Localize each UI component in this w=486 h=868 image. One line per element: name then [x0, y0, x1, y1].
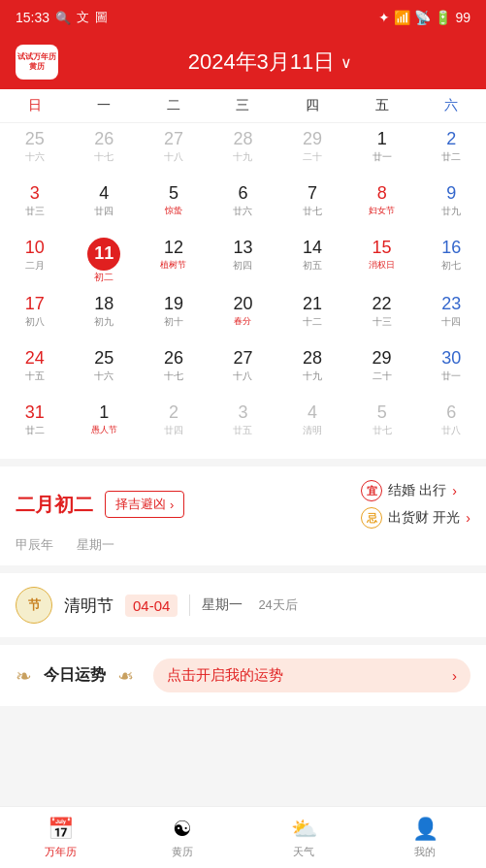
nav-item-mine[interactable]: 👤 我的	[365, 807, 486, 868]
day-cell[interactable]: 5惊蛰	[139, 177, 209, 232]
day-number: 5	[377, 402, 387, 424]
day-cell[interactable]: 25十六	[0, 123, 70, 177]
app-logo: 试试万年历 黄历	[16, 45, 58, 80]
day-cell[interactable]: 29二十	[277, 123, 347, 177]
day-sub: 廿六	[233, 207, 252, 216]
fortune-btn-arrow: ›	[452, 667, 457, 684]
day-cell[interactable]: 13初四	[209, 232, 278, 288]
yi-ji-area: 宜 结婚 出行 › 忌 出货财 开光 ›	[361, 480, 470, 529]
day-sub: 廿二	[441, 152, 461, 162]
day-number: 8	[377, 183, 387, 205]
day-cell[interactable]: 30廿一	[416, 342, 486, 397]
status-time: 15:33 🔍 文 圖	[16, 9, 108, 26]
day-number: 1	[99, 402, 109, 424]
ji-row[interactable]: 忌 出货财 开光 ›	[361, 507, 470, 529]
day-cell[interactable]: 29二十	[347, 342, 417, 397]
date-picker-chevron[interactable]: ∨	[340, 53, 352, 72]
day-cell[interactable]: 5廿七	[347, 397, 417, 451]
ji-arrow: ›	[466, 510, 470, 526]
yi-text: 结婚 出行	[388, 482, 446, 499]
weather-nav-icon: ⛅	[291, 817, 317, 842]
day-sub: 消权日	[369, 261, 395, 270]
day-number: 30	[441, 348, 461, 370]
day-cell[interactable]: 14初五	[277, 232, 347, 288]
day-cell[interactable]: 25十六	[70, 342, 140, 397]
day-cell[interactable]: 31廿二	[0, 397, 70, 451]
festival-section[interactable]: 节 清明节 04-04 星期一 24天后	[0, 573, 486, 637]
day-number: 6	[446, 402, 456, 424]
day-cell[interactable]: 22十三	[347, 288, 417, 342]
day-sub: 十六	[94, 371, 113, 381]
nav-item-calendar[interactable]: 📅 万年历	[0, 807, 121, 868]
day-cell[interactable]: 3廿三	[0, 177, 70, 232]
day-cell[interactable]: 9廿九	[416, 177, 486, 232]
info-top-row: 二月初二 择吉避凶 › 宜 结婚 出行 › 忌 出货财 开光 ›	[16, 480, 470, 529]
day-cell[interactable]: 1廿一	[347, 123, 417, 177]
择吉避凶-button[interactable]: 择吉避凶 ›	[105, 491, 184, 518]
day-number: 27	[164, 129, 183, 150]
day-sub: 春分	[234, 317, 251, 326]
day-sub: 廿九	[441, 207, 461, 216]
nav-label-mine: 我的	[414, 845, 436, 859]
day-cell[interactable]: 27十八	[139, 123, 209, 177]
day-sub: 廿七	[373, 426, 392, 435]
day-sub: 初七	[441, 261, 461, 271]
day-cell[interactable]: 26十七	[70, 123, 140, 177]
nav-label-calendar: 万年历	[45, 845, 77, 859]
day-cell[interactable]: 24十五	[0, 342, 70, 397]
weekday-thu: 四	[277, 89, 347, 122]
day-cell[interactable]: 2廿四	[139, 397, 209, 451]
day-cell[interactable]: 4清明	[277, 397, 347, 451]
day-cell[interactable]: 8妇女节	[347, 177, 417, 232]
day-cell[interactable]: 23十四	[416, 288, 486, 342]
day-sub: 初四	[233, 261, 252, 271]
day-cell[interactable]: 11初二	[70, 232, 140, 288]
day-cell[interactable]: 3廿五	[209, 397, 278, 451]
festival-weekday: 星期一	[202, 596, 243, 614]
yi-row[interactable]: 宜 结婚 出行 ›	[361, 480, 470, 501]
day-number: 7	[308, 183, 317, 205]
day-cell[interactable]: 6廿八	[416, 397, 486, 451]
nav-item-weather[interactable]: ⛅ 天气	[243, 807, 365, 868]
day-sub: 十九	[233, 152, 252, 162]
day-sub: 二十	[303, 152, 322, 162]
day-number: 5	[169, 183, 178, 205]
day-cell[interactable]: 17初八	[0, 288, 70, 342]
fortune-button[interactable]: 点击开启我的运势 ›	[153, 659, 470, 692]
day-cell[interactable]: 2廿二	[416, 123, 486, 177]
day-cell[interactable]: 27十八	[209, 342, 278, 397]
nav-label-weather: 天气	[293, 845, 314, 859]
day-cell[interactable]: 20春分	[209, 288, 278, 342]
day-cell[interactable]: 1愚人节	[70, 397, 140, 451]
day-cell[interactable]: 7廿七	[277, 177, 347, 232]
day-cell[interactable]: 10二月	[0, 232, 70, 288]
weekday-mon: 一	[70, 89, 140, 122]
signal-icon: 📶	[394, 10, 410, 25]
fortune-section: ❧ 今日运势 ❧ 点击开启我的运势 ›	[0, 645, 486, 706]
day-cell[interactable]: 4廿四	[70, 177, 140, 232]
day-number: 2	[169, 402, 178, 424]
day-sub: 廿四	[94, 207, 113, 216]
day-number: 26	[94, 129, 113, 150]
header-date-title[interactable]: 2024年3月11日 ∨	[70, 48, 470, 77]
festival-days-later: 24天后	[258, 596, 297, 614]
nav-item-huangli[interactable]: ☯ 黄历	[121, 807, 243, 868]
weekday-sat: 六	[416, 89, 486, 122]
calendar-section: 日 一 二 三 四 五 六 25十六26十七27十八28十九29二十1廿一2廿二…	[0, 89, 486, 459]
day-cell[interactable]: 18初九	[70, 288, 140, 342]
day-cell[interactable]: 6廿六	[209, 177, 278, 232]
day-number: 28	[303, 348, 322, 370]
day-cell[interactable]: 12植树节	[139, 232, 209, 288]
day-cell[interactable]: 21十二	[277, 288, 347, 342]
search-icon: 🔍	[55, 11, 71, 25]
day-sub: 十五	[25, 371, 45, 381]
day-cell[interactable]: 28十九	[209, 123, 278, 177]
day-cell[interactable]: 28十九	[277, 342, 347, 397]
camera-icon: 圖	[95, 9, 108, 26]
day-cell[interactable]: 26十七	[139, 342, 209, 397]
day-sub: 初五	[303, 261, 322, 271]
time-display: 15:33	[16, 10, 49, 25]
day-cell[interactable]: 15消权日	[347, 232, 417, 288]
day-cell[interactable]: 16初七	[416, 232, 486, 288]
day-cell[interactable]: 19初十	[139, 288, 209, 342]
